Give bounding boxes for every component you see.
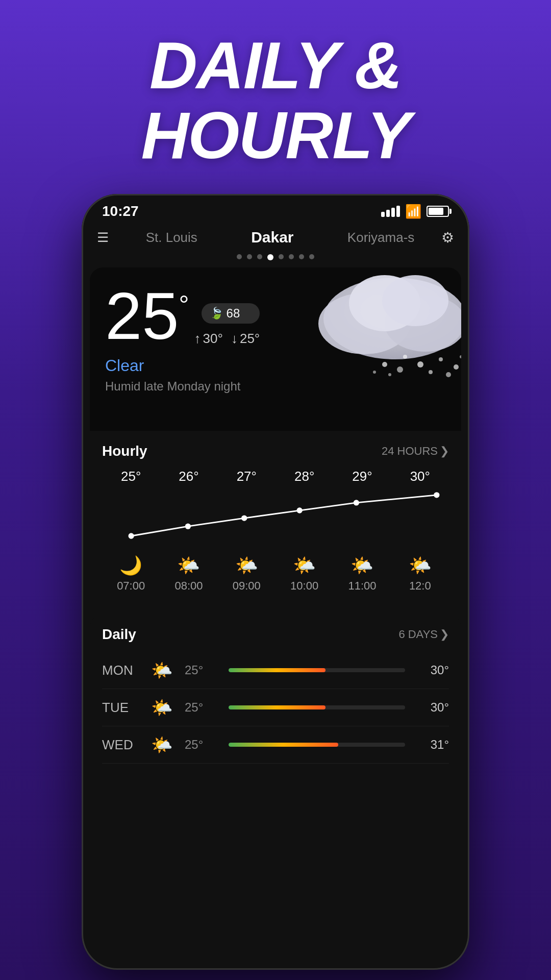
daily-header: Daily 6 DAYS ❯: [102, 626, 449, 643]
weather-condition: Clear: [105, 356, 446, 375]
dot-2: [247, 254, 252, 259]
dot-5: [279, 254, 284, 259]
aqi-value: 68: [227, 306, 240, 321]
daily-icon-2: 🌤️: [151, 734, 177, 755]
menu-icon[interactable]: ☰: [97, 230, 109, 246]
dot-1: [237, 254, 242, 259]
hourly-chart: [107, 488, 444, 550]
city-tab-koriyama[interactable]: Koriyama-s: [347, 230, 414, 246]
hourly-section: Hourly 24 HOURS ❯ 25° 26° 27° 28° 29° 30…: [90, 431, 461, 598]
daily-bar-0: [229, 668, 325, 672]
hourly-slot-2: 🌤️ 09:00: [221, 555, 272, 593]
settings-icon[interactable]: ⚙: [441, 229, 454, 246]
city-tabs[interactable]: St. Louis Dakar Koriyama-s: [119, 229, 441, 246]
hourly-temp-1: 26°: [163, 469, 214, 484]
current-temperature: 25 °: [105, 283, 189, 349]
svg-point-20: [241, 515, 247, 521]
dot-4-active: [267, 254, 273, 260]
daily-bar-1: [229, 705, 325, 709]
city-tab-stlouis[interactable]: St. Louis: [146, 230, 197, 246]
svg-point-11: [460, 355, 461, 358]
dot-7: [299, 254, 304, 259]
hourly-time-0: 07:00: [106, 579, 157, 593]
daily-day-2: WED: [102, 737, 143, 753]
daily-low-2: 25°: [185, 738, 220, 752]
page-dots: [82, 251, 469, 267]
daily-row-mon: MON 🌤️ 25° 30°: [102, 652, 449, 689]
hourly-slot-5: 🌤️ 12:0: [394, 555, 445, 593]
svg-point-19: [185, 523, 191, 529]
daily-row-wed: WED 🌤️ 25° 31°: [102, 726, 449, 764]
dot-3: [257, 254, 262, 259]
hero-line2: HOURLY: [0, 101, 551, 170]
temp-range: ↑ 30° ↓ 25°: [194, 331, 260, 347]
daily-high-1: 30°: [413, 700, 449, 715]
hourly-icon-2: 🌤️: [221, 555, 272, 576]
aqi-leaf-icon: 🍃: [210, 307, 223, 320]
temp-high: ↑ 30°: [194, 331, 223, 347]
hourly-weather-icons: 🌙 07:00 🌤️ 08:00 🌤️ 09:00 🌤️ 10:00 🌤️ 11…: [102, 555, 449, 598]
wifi-icon: 📶: [405, 204, 421, 219]
hourly-icon-4: 🌤️: [337, 555, 388, 576]
hero-line1: DAILY &: [0, 31, 551, 101]
hourly-slot-4: 🌤️ 11:00: [337, 555, 388, 593]
daily-day-1: TUE: [102, 700, 143, 716]
daily-bar-container-0: [229, 668, 405, 672]
hourly-temp-0: 25°: [106, 469, 157, 484]
svg-point-21: [296, 507, 302, 513]
hourly-icon-3: 🌤️: [279, 555, 330, 576]
hourly-time-5: 12:0: [394, 579, 445, 593]
nav-tabs: ☰ St. Louis Dakar Koriyama-s ⚙: [82, 224, 469, 251]
daily-icon-1: 🌤️: [151, 697, 177, 718]
hourly-icon-5: 🌤️: [394, 555, 445, 576]
daily-low-1: 25°: [185, 700, 220, 715]
hourly-header: Hourly 24 HOURS ❯: [102, 443, 449, 459]
hourly-temp-5: 30°: [394, 469, 445, 484]
hourly-time-2: 09:00: [221, 579, 272, 593]
daily-icon-0: 🌤️: [151, 660, 177, 680]
hourly-slot-3: 🌤️ 10:00: [279, 555, 330, 593]
status-time: 10:27: [102, 203, 139, 219]
daily-row-tue: TUE 🌤️ 25° 30°: [102, 689, 449, 726]
phone-shell: 10:27 📶 ☰ St. Louis Dakar Koriyama-s ⚙: [82, 194, 469, 970]
daily-section: Daily 6 DAYS ❯ MON 🌤️ 25° 30° TUE 🌤️ 25°…: [90, 614, 461, 764]
daily-day-0: MON: [102, 663, 143, 678]
daily-bar-container-1: [229, 705, 405, 709]
svg-point-15: [446, 372, 451, 377]
battery-icon: [427, 206, 449, 217]
daily-high-0: 30°: [413, 663, 449, 677]
daily-link[interactable]: 6 DAYS ❯: [398, 628, 449, 641]
status-right-icons: 📶: [381, 204, 449, 219]
city-tab-dakar[interactable]: Dakar: [251, 229, 293, 246]
hourly-time-1: 08:00: [163, 579, 214, 593]
temperature-section: 25 ° 🍃 68 ↑ 30° ↓ 25° Clear Humid late M…: [105, 283, 446, 394]
hourly-time-4: 11:00: [337, 579, 388, 593]
hourly-slot-1: 🌤️ 08:00: [163, 555, 214, 593]
status-bar: 10:27 📶: [82, 194, 469, 224]
hourly-link[interactable]: 24 HOURS ❯: [382, 445, 449, 458]
weather-description: Humid late Monday night: [105, 379, 446, 394]
svg-point-9: [454, 364, 459, 370]
dot-6: [289, 254, 294, 259]
aqi-badge: 🍃 68: [202, 303, 260, 324]
svg-point-18: [128, 533, 134, 538]
hourly-slot-0: 🌙 07:00: [106, 555, 157, 593]
weather-main: 25 ° 🍃 68 ↑ 30° ↓ 25° Clear Humid late M…: [90, 267, 461, 431]
hourly-title: Hourly: [102, 443, 147, 459]
hourly-temp-4: 29°: [337, 469, 388, 484]
hourly-temp-3: 28°: [279, 469, 330, 484]
svg-point-23: [434, 492, 439, 498]
hourly-icon-1: 🌤️: [163, 555, 214, 576]
temp-low: ↓ 25°: [231, 331, 260, 347]
hourly-temperatures: 25° 26° 27° 28° 29° 30°: [102, 469, 449, 484]
dot-8: [309, 254, 314, 259]
hourly-temp-2: 27°: [221, 469, 272, 484]
hourly-icon-0: 🌙: [106, 555, 157, 576]
daily-bar-container-2: [229, 743, 405, 747]
hero-title: DAILY & HOURLY: [0, 0, 551, 170]
separator: [90, 598, 461, 606]
hourly-time-3: 10:00: [279, 579, 330, 593]
signal-icon: [381, 206, 400, 217]
daily-low-0: 25°: [185, 663, 220, 677]
daily-title: Daily: [102, 626, 136, 643]
